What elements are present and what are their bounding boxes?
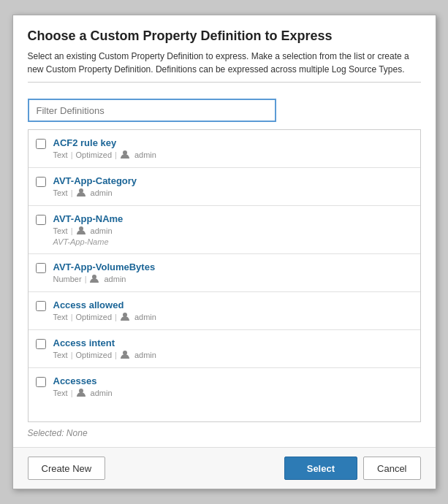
item-type: Text xyxy=(53,313,68,321)
item-name: Access intent xyxy=(53,337,156,348)
item-type: Text xyxy=(53,188,68,197)
item-owner: admin xyxy=(134,351,156,359)
dialog: Choose a Custom Property Definition to E… xyxy=(12,15,436,489)
item-optimized: Optimized xyxy=(76,150,113,159)
item-type: Text xyxy=(53,389,68,397)
footer-right: Select Cancel xyxy=(284,457,421,480)
list-item[interactable]: ACF2 rule keyText | Optimized | admin xyxy=(29,130,420,168)
item-content: Access intentText | Optimized | admin xyxy=(53,337,156,360)
filter-input[interactable] xyxy=(28,99,276,122)
item-content: ACF2 rule keyText | Optimized | admin xyxy=(53,137,156,160)
item-checkbox-wrap xyxy=(36,301,46,313)
item-content: Access allowedText | Optimized | admin xyxy=(53,299,156,322)
item-checkbox[interactable] xyxy=(36,377,46,387)
item-meta: Text | Optimized | admin xyxy=(53,350,156,360)
dialog-description: Select an existing Custom Property Defin… xyxy=(28,50,421,76)
create-new-button[interactable]: Create New xyxy=(28,457,106,480)
item-owner: admin xyxy=(134,150,156,159)
cancel-button[interactable]: Cancel xyxy=(363,457,420,480)
item-type: Text xyxy=(53,150,68,159)
meta-sep: | xyxy=(71,150,73,159)
item-checkbox-wrap xyxy=(36,377,46,389)
meta-sep: | xyxy=(71,389,73,397)
item-checkbox[interactable] xyxy=(36,177,46,187)
user-icon xyxy=(120,311,130,321)
item-content: AVT-App-VolumeBytesNumber | admin xyxy=(53,261,156,284)
list-item[interactable]: Access allowedText | Optimized | admin xyxy=(29,292,420,330)
list-item[interactable]: AVT-App-NAmeText | adminAVT-App-Name xyxy=(29,206,420,254)
select-button[interactable]: Select xyxy=(284,457,357,480)
selected-status: Selected: None xyxy=(28,428,421,438)
item-checkbox-wrap xyxy=(36,263,46,275)
item-owner: admin xyxy=(134,313,156,321)
dialog-body: ACF2 rule keyText | Optimized | adminAVT… xyxy=(13,90,436,447)
item-alias: AVT-App-Name xyxy=(53,237,124,246)
dialog-footer: Create New Select Cancel xyxy=(13,447,436,489)
item-checkbox-wrap xyxy=(36,139,46,151)
meta-sep: | xyxy=(71,188,73,197)
list-item[interactable]: AVT-App-VolumeBytesNumber | admin xyxy=(29,254,420,292)
item-checkbox[interactable] xyxy=(36,215,46,225)
item-list: ACF2 rule keyText | Optimized | adminAVT… xyxy=(28,129,421,422)
list-item[interactable]: AVT-App-CategoryText | admin xyxy=(29,168,420,206)
dialog-header: Choose a Custom Property Definition to E… xyxy=(13,15,436,90)
item-checkbox-wrap xyxy=(36,215,46,227)
meta-sep: | xyxy=(115,313,117,321)
item-meta: Text | admin xyxy=(53,226,124,236)
item-name: ACF2 rule key xyxy=(53,137,156,148)
item-meta: Text | admin xyxy=(53,388,113,398)
item-name: Access allowed xyxy=(53,299,156,310)
list-item[interactable]: Access intentText | Optimized | admin xyxy=(29,330,420,368)
user-icon xyxy=(76,225,86,235)
user-icon xyxy=(76,187,86,197)
item-type: Text xyxy=(53,226,68,235)
list-item[interactable]: AccessesText | admin xyxy=(29,368,420,405)
item-name: AVT-App-NAme xyxy=(53,213,124,224)
item-checkbox-wrap xyxy=(36,177,46,189)
meta-sep: | xyxy=(71,226,73,235)
item-checkbox[interactable] xyxy=(36,301,46,311)
item-owner: admin xyxy=(91,389,113,397)
item-optimized: Optimized xyxy=(76,313,113,321)
item-type: Number xyxy=(53,275,82,283)
item-meta: Text | Optimized | admin xyxy=(53,150,156,160)
item-name: AVT-App-VolumeBytes xyxy=(53,261,156,272)
item-meta: Text | admin xyxy=(53,188,137,198)
meta-sep: | xyxy=(71,351,73,359)
item-owner: admin xyxy=(104,275,126,283)
item-content: AccessesText | admin xyxy=(53,375,113,398)
meta-sep: | xyxy=(85,275,87,283)
item-type: Text xyxy=(53,351,68,359)
item-owner: admin xyxy=(91,188,113,197)
item-name: Accesses xyxy=(53,375,113,386)
user-icon xyxy=(120,349,130,359)
meta-sep: | xyxy=(115,150,117,159)
header-divider xyxy=(28,82,421,83)
item-checkbox-wrap xyxy=(36,339,46,351)
item-meta: Number | admin xyxy=(53,274,156,284)
item-meta: Text | Optimized | admin xyxy=(53,312,156,322)
item-optimized: Optimized xyxy=(76,351,113,359)
item-name: AVT-App-Category xyxy=(53,175,137,186)
item-checkbox[interactable] xyxy=(36,339,46,349)
item-content: AVT-App-NAmeText | adminAVT-App-Name xyxy=(53,213,124,246)
item-checkbox[interactable] xyxy=(36,263,46,273)
user-icon xyxy=(89,273,99,283)
user-icon xyxy=(76,387,86,397)
meta-sep: | xyxy=(115,351,117,359)
dialog-title: Choose a Custom Property Definition to E… xyxy=(28,28,421,44)
item-content: AVT-App-CategoryText | admin xyxy=(53,175,137,198)
meta-sep: | xyxy=(71,313,73,321)
user-icon xyxy=(120,149,130,159)
item-checkbox[interactable] xyxy=(36,139,46,149)
item-owner: admin xyxy=(91,226,113,235)
